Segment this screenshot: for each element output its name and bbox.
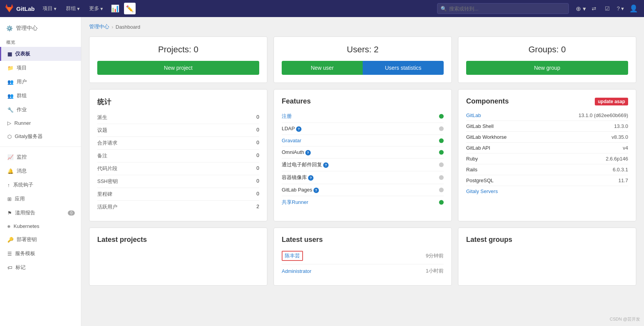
- statistics-rows: 派生0议题0合并请求0备注0代码片段0SSH密钥0里程碑0活跃用户2: [97, 111, 259, 213]
- latest-groups-card: Latest groups: [458, 228, 636, 286]
- help-circle-icon[interactable]: ?: [308, 175, 313, 181]
- nav-more[interactable]: 更多 ▾: [86, 3, 106, 14]
- component-row: GitLab Shell13.3.0: [466, 121, 628, 132]
- sidebar-header: ⚙️ 管理中心: [0, 20, 81, 36]
- component-row: Rails6.0.3.1: [466, 164, 628, 175]
- sidebar-item-users[interactable]: 👥 用户: [0, 75, 81, 89]
- help-circle-icon[interactable]: ?: [296, 126, 301, 132]
- status-dot-grey: [439, 175, 444, 180]
- sidebar-item-messages[interactable]: 🔔 消息: [0, 164, 81, 178]
- stats-row: 派生0: [97, 111, 259, 124]
- latest-users-card: Latest users 陈丰芸9分钟前Administrator1小时前: [274, 228, 452, 286]
- components-title: Components: [466, 97, 509, 105]
- components-card: Components update asap GitLab13.1.0 (d62…: [458, 89, 636, 221]
- components-header: Components update asap: [466, 97, 628, 105]
- nav-projects[interactable]: 项目 ▾: [40, 3, 60, 14]
- merge-request-icon[interactable]: ⇄: [588, 3, 600, 14]
- gitlab-logo[interactable]: GitLab: [5, 4, 35, 13]
- sidebar-item-service-templates[interactable]: ☰ 服务模板: [0, 247, 81, 260]
- latest-user-link[interactable]: Administrator: [282, 268, 312, 274]
- stats-row: 里程碑0: [97, 188, 259, 201]
- sidebar-item-system-hooks[interactable]: ↑ 系统钩子: [0, 178, 81, 192]
- sidebar-item-runner[interactable]: ▷ Runner: [0, 117, 81, 129]
- layout: ⚙️ 管理中心 概览 ▦ 仪表板 📁 项目 👥 用户 👥 群组 🔧 作业 ▷ R…: [0, 17, 644, 326]
- feature-row: 注册: [282, 110, 444, 123]
- users-statistics-button[interactable]: Users statistics: [363, 61, 444, 75]
- feature-row: LDAP?: [282, 123, 444, 135]
- projects-count: Projects: 0: [97, 45, 259, 55]
- sidebar-item-projects[interactable]: 📁 项目: [0, 61, 81, 75]
- update-badge: update asap: [595, 98, 628, 105]
- stats-row: 合并请求0: [97, 137, 259, 150]
- nav-stats-icon[interactable]: 📊: [109, 3, 121, 14]
- nav-groups[interactable]: 群组 ▾: [63, 3, 83, 14]
- latest-user-row: 陈丰芸9分钟前: [282, 248, 444, 264]
- breadcrumb-parent[interactable]: 管理中心: [89, 23, 109, 30]
- hooks-icon: ↑: [7, 182, 10, 188]
- issues-icon[interactable]: ☑: [601, 3, 613, 14]
- statistics-card: 统计 派生0议题0合并请求0备注0代码片段0SSH密钥0里程碑0活跃用户2: [89, 89, 267, 221]
- new-project-button[interactable]: New project: [97, 61, 259, 75]
- search-icon: 🔍: [441, 6, 447, 12]
- status-dot-green: [439, 150, 444, 155]
- latest-projects-card: Latest projects: [89, 228, 267, 286]
- nav-pencil-icon[interactable]: ✏️: [124, 3, 136, 14]
- status-dot-grey: [439, 126, 444, 131]
- breadcrumb-separator: ›: [112, 24, 113, 30]
- help-circle-icon[interactable]: ?: [323, 162, 329, 168]
- latest-row: Latest projects Latest users 陈丰芸9分钟前Admi…: [89, 228, 636, 286]
- details-row: 统计 派生0议题0合并请求0备注0代码片段0SSH密钥0里程碑0活跃用户2 Fe…: [89, 89, 636, 221]
- status-dot-green: [439, 138, 444, 143]
- status-dot-green: [439, 114, 444, 119]
- messages-icon: 🔔: [7, 168, 14, 174]
- latest-users-title: Latest users: [282, 236, 444, 244]
- feature-row: OmniAuth?: [282, 147, 444, 159]
- sidebar-item-labels[interactable]: 🏷 标记: [0, 260, 81, 274]
- sidebar-item-jobs[interactable]: 🔧 作业: [0, 103, 81, 117]
- sidebar-item-abuse-reports[interactable]: ⚑ 滥用报告 0: [0, 206, 81, 220]
- latest-user-row: Administrator1小时前: [282, 264, 444, 278]
- labels-icon: 🏷: [7, 265, 12, 271]
- sidebar-item-kubernetes[interactable]: ⎈ Kubernetes: [0, 220, 81, 233]
- status-dot-grey: [439, 188, 444, 192]
- users-card: Users: 2 New user Users statistics: [274, 36, 452, 83]
- search-bar: 🔍: [437, 3, 569, 14]
- new-group-button[interactable]: New group: [466, 61, 628, 75]
- component-row: Gitaly Servers: [466, 186, 628, 197]
- gitaly-icon: ⬡: [7, 134, 12, 140]
- sidebar: ⚙️ 管理中心 概览 ▦ 仪表板 📁 项目 👥 用户 👥 群组 🔧 作业 ▷ R…: [0, 17, 81, 326]
- feature-row: 共享Runner: [282, 196, 444, 209]
- help-circle-icon[interactable]: ?: [305, 150, 311, 155]
- breadcrumb: 管理中心 › Dashboard: [89, 23, 636, 30]
- watermark: CSDN @芸开发: [610, 316, 640, 322]
- sidebar-item-monitoring[interactable]: 📈 监控: [0, 150, 81, 164]
- kubernetes-icon: ⎈: [7, 223, 10, 229]
- sidebar-item-dashboard[interactable]: ▦ 仪表板: [0, 47, 81, 61]
- users-icon: 👥: [7, 79, 14, 85]
- stats-cards-row: Projects: 0 New project Users: 2 New use…: [89, 36, 636, 83]
- applications-icon: ⊞: [7, 196, 12, 202]
- plus-icon[interactable]: ⊕ ▾: [575, 3, 587, 14]
- jobs-icon: 🔧: [7, 107, 14, 113]
- topnav-right-icons: ⊕ ▾ ⇄ ☑ ? ▾ 👤: [575, 3, 639, 14]
- sidebar-item-applications[interactable]: ⊞ 应用: [0, 192, 81, 206]
- component-row: PostgreSQL11.7: [466, 175, 628, 186]
- main-content: 管理中心 › Dashboard Projects: 0 New project…: [81, 17, 644, 326]
- user-avatar[interactable]: 👤: [628, 3, 639, 14]
- sidebar-item-gitaly[interactable]: ⬡ Gitaly服务器: [0, 129, 81, 143]
- sidebar-item-deploy-keys[interactable]: 🔑 部署密钥: [0, 233, 81, 247]
- dashboard-icon: ▦: [7, 51, 12, 57]
- help-circle-icon[interactable]: ?: [313, 188, 319, 193]
- sidebar-item-groups[interactable]: 👥 群组: [0, 89, 81, 103]
- sidebar-section-overview: 概览: [0, 36, 81, 47]
- topnav: GitLab 项目 ▾ 群组 ▾ 更多 ▾ 📊 ✏️ 🔍 ⊕ ▾ ⇄ ☑ ? ▾…: [0, 0, 644, 17]
- search-input[interactable]: [449, 6, 565, 12]
- stats-row: 议题0: [97, 124, 259, 137]
- help-icon[interactable]: ? ▾: [615, 3, 626, 14]
- feature-row: 通过电子邮件回复?: [282, 159, 444, 171]
- component-row: GitLab APIv4: [466, 143, 628, 154]
- feature-row: GitLab Pages?: [282, 184, 444, 196]
- new-user-button[interactable]: New user: [282, 61, 363, 75]
- latest-user-link[interactable]: 陈丰芸: [282, 251, 303, 261]
- gear-icon: ⚙️: [6, 25, 13, 31]
